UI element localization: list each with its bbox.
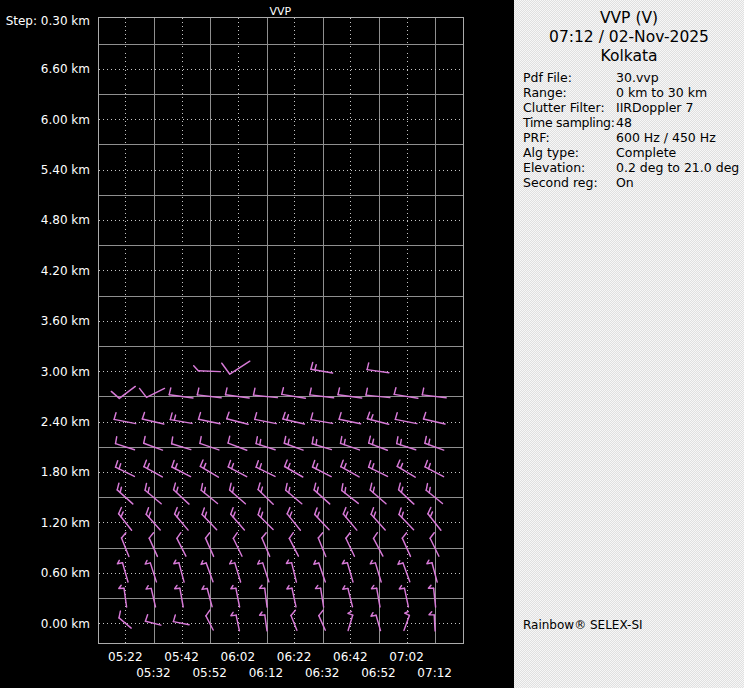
wind-barb-feather xyxy=(122,533,126,538)
wind-barb-staff xyxy=(367,370,389,373)
wind-barb-feather xyxy=(226,388,228,395)
wind-barb-feather xyxy=(289,487,290,492)
wind-barb-feather xyxy=(429,488,430,493)
wind-barb-feather xyxy=(343,586,348,589)
x-axis-label: 06:42 xyxy=(333,650,368,664)
attribute-row: Alg type:Complete xyxy=(514,145,744,160)
wind-barb-feather xyxy=(342,484,343,491)
wind-barb-feather xyxy=(287,586,292,589)
wind-barb-feather xyxy=(254,388,255,395)
wind-barb-feather xyxy=(149,533,153,538)
wind-barb-feather xyxy=(338,388,340,395)
wind-barb-feather xyxy=(230,560,235,564)
wind-barb-feather xyxy=(367,412,369,419)
wind-barb-feather xyxy=(374,512,376,517)
attribute-value: 30.vvp xyxy=(616,70,659,85)
wind-barb-feather xyxy=(316,585,321,588)
wind-barb-feather xyxy=(397,437,398,444)
wind-barb-staff xyxy=(265,588,267,607)
y-axis-label: 1.80 km xyxy=(41,465,90,479)
wind-barb-staff xyxy=(292,588,296,607)
wind-barb-staff xyxy=(319,563,326,582)
wind-barb-staff xyxy=(256,467,275,476)
wind-barb-feather xyxy=(145,483,146,490)
wind-barb-feather xyxy=(172,437,173,444)
wind-barb-staff xyxy=(311,420,333,424)
attribute-value: 48 xyxy=(616,115,632,130)
wind-barb-staff xyxy=(235,563,241,582)
x-axis-label: 05:32 xyxy=(136,666,171,680)
wind-barb-feather xyxy=(424,413,426,420)
wind-barb-staff xyxy=(114,419,136,423)
attribute-label: Time sampling: xyxy=(523,115,615,130)
wind-barb-feather xyxy=(262,533,266,538)
attribute-row: Elevation:0.2 deg to 21.0 deg xyxy=(514,160,744,175)
wind-barb-feather xyxy=(206,610,210,616)
y-axis-label: 3.00 km xyxy=(41,365,90,379)
wind-barb-feather xyxy=(371,508,373,515)
wind-barb-feather xyxy=(318,533,322,538)
wind-barb-staff xyxy=(402,538,410,556)
wind-barb-feather xyxy=(288,439,289,444)
wind-barb-staff xyxy=(319,616,326,631)
wind-barb-feather xyxy=(169,388,171,395)
y-axis-label: 6.00 km xyxy=(41,113,90,127)
wind-barb-feather xyxy=(170,413,172,420)
wind-barb-feather xyxy=(233,512,235,517)
wind-barb-feather xyxy=(366,388,367,395)
wind-barb-feather xyxy=(286,483,287,490)
brand-footer: Rainbow® SELEX-SI xyxy=(523,618,643,632)
attribute-label: Range: xyxy=(523,85,567,100)
y-axis-label: 0.00 km xyxy=(41,617,90,631)
attribute-row: Second reg:On xyxy=(514,175,744,190)
wind-barb-feather xyxy=(175,585,180,588)
wind-barb-feather xyxy=(400,440,401,445)
wind-barb-feather xyxy=(372,585,377,588)
attribute-value: 0.2 deg to 21.0 deg xyxy=(616,160,739,175)
wind-barb-staff xyxy=(255,419,277,423)
attribute-label: Alg type: xyxy=(523,145,579,160)
wind-barb-feather xyxy=(256,437,257,444)
wind-barb-feather xyxy=(398,561,403,565)
wind-barb-staff xyxy=(177,538,186,556)
wind-barb-feather xyxy=(348,611,353,615)
wind-barb-feather xyxy=(287,508,290,514)
wind-barb-feather xyxy=(258,483,260,490)
wind-barb-feather xyxy=(342,560,347,564)
wind-barb-feather xyxy=(374,533,378,539)
wind-barb-feather xyxy=(145,615,147,622)
wind-barb-feather xyxy=(177,512,179,517)
wind-barb-feather xyxy=(119,508,122,514)
wind-barb-feather xyxy=(201,561,206,565)
wind-barb-feather xyxy=(372,464,374,469)
wind-barb-feather xyxy=(316,464,318,469)
wind-barb-feather xyxy=(202,586,207,590)
wind-barb-feather xyxy=(205,512,207,517)
x-axis-label: 07:12 xyxy=(417,666,452,680)
wind-barb-staff xyxy=(124,588,127,607)
attribute-label: Second reg: xyxy=(523,175,598,190)
attribute-label: PRF: xyxy=(523,130,550,145)
wind-barb-feather xyxy=(369,461,371,468)
wind-barb-staff xyxy=(434,615,435,631)
wind-barb-staff xyxy=(236,615,239,631)
wind-barb-feather xyxy=(288,464,290,469)
wind-barb-feather xyxy=(174,560,179,564)
wind-barb-feather xyxy=(314,561,319,565)
wind-barb-feather xyxy=(429,439,430,444)
wind-barb-feather xyxy=(311,413,313,420)
wind-barb-feather xyxy=(402,533,406,538)
wind-barb-staff xyxy=(262,538,270,556)
wind-barb-feather xyxy=(405,612,410,616)
wind-barb-feather xyxy=(233,533,237,539)
wind-barb-feather xyxy=(343,508,346,514)
wind-barb-feather xyxy=(120,487,121,492)
wind-barb-feather xyxy=(258,508,260,515)
wind-barb-feather xyxy=(175,508,178,514)
wind-barb-staff xyxy=(424,419,446,424)
wind-barb-feather xyxy=(371,613,376,617)
attribute-value: 600 Hz / 450 Hz xyxy=(616,130,716,145)
wind-barb-staff xyxy=(116,467,135,476)
wind-barb-feather xyxy=(175,464,177,469)
wind-barb-feather xyxy=(316,440,317,445)
